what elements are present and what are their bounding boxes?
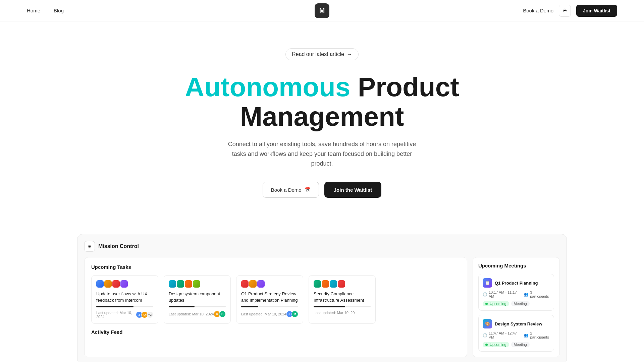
navbar: Home Blog M Book a Demo ☀ Join Waitlist (0, 0, 644, 21)
avatar-chip (104, 280, 112, 288)
meeting-icon: 🎨 (483, 319, 492, 328)
task-name: Update user flows with UX feedback from … (96, 291, 153, 303)
task-owners: K S (215, 311, 226, 317)
owner-avatar: M (291, 311, 298, 317)
hero-buttons: Book a Demo 📅 Join the Waitlist (263, 182, 381, 198)
avatar-chip (314, 280, 321, 288)
avatar-chip (185, 280, 192, 288)
avatar-chip (330, 280, 337, 288)
meeting-name: Design System Review (495, 321, 542, 326)
theme-toggle-button[interactable]: ☀ (559, 5, 571, 17)
nav-home-link[interactable]: Home (27, 8, 40, 13)
progress-fill (314, 306, 345, 307)
task-avatars (314, 280, 371, 288)
task-date: Last updated: Mar 10, 2024 (96, 311, 137, 319)
hero-subtitle: Connect to all your existing tools, save… (221, 139, 423, 168)
people-icon: 👥 (524, 333, 529, 338)
task-date: Last updated: Mar 10, 20 (314, 311, 355, 315)
progress-bar (241, 306, 298, 307)
progress-bar (314, 306, 371, 307)
dashboard-header: ⊞ Mission Control (84, 241, 560, 257)
task-footer: Last updated: Mar 10, 20 (314, 311, 371, 315)
tag-upcoming: Upcoming (483, 301, 509, 306)
meeting-time-text: 11:47 AM - 12:47 PM (489, 331, 520, 339)
people-icon: 👥 (524, 292, 529, 297)
hero-title-cyan: Autonomous (185, 72, 350, 102)
progress-bar (169, 306, 226, 307)
activity-section-title: Activity Feed (91, 329, 460, 335)
arrow-icon: → (347, 51, 352, 57)
avatar-chip (338, 280, 345, 288)
dashboard-content: Upcoming Tasks Update user flows with UX… (84, 257, 560, 357)
hero-title-line2: Management (240, 102, 404, 131)
task-name: Security Compliance Infrastructure Asses… (314, 291, 371, 303)
avatar-chip (257, 280, 265, 288)
meeting-card: 🎨 Design System Review 🕐 11:47 AM - 12:4… (478, 315, 554, 352)
meeting-participants: 👥 3 participants (524, 290, 550, 298)
avatar-chip (241, 280, 249, 288)
tag-meeting: Meeting (511, 301, 530, 306)
green-dot (485, 344, 488, 346)
meeting-meta: 🕐 11:47 AM - 12:47 PM 👥 2 participants (483, 331, 550, 339)
task-card: Q1 Product Strategy Review and Implement… (236, 275, 303, 323)
article-badge[interactable]: Read our latest article → (285, 48, 359, 60)
progress-fill (169, 306, 195, 307)
meeting-head: 📋 Q1 Product Planning (483, 278, 550, 288)
meetings-panel: Upcoming Meetings 📋 Q1 Product Planning … (473, 257, 560, 357)
meeting-icon: 📋 (483, 278, 492, 288)
progress-fill (96, 306, 133, 307)
tasks-row: Update user flows with UX feedback from … (91, 275, 460, 323)
main-panel: Upcoming Tasks Update user flows with UX… (84, 257, 467, 357)
clock-icon: 🕐 (483, 292, 487, 297)
avatar-chip (177, 280, 184, 288)
meeting-time: 🕐 11:47 AM - 12:47 PM (483, 331, 520, 339)
meeting-head: 🎨 Design System Review (483, 319, 550, 328)
logo: M (315, 3, 329, 18)
task-date: Last updated: Mar 10, 2024 (241, 312, 286, 316)
meeting-tags: Upcoming Meeting (483, 301, 550, 306)
task-card: Security Compliance Infrastructure Asses… (309, 275, 376, 323)
dashboard-icon: ⊞ (84, 241, 95, 252)
task-avatars (241, 280, 298, 288)
clock-icon: 🕐 (483, 333, 487, 338)
activity-section: Activity Feed (91, 329, 460, 335)
task-card: Design system component updates Last upd… (164, 275, 231, 323)
task-date: Last updated: Mar 10, 2024 (169, 312, 214, 316)
hero-section: Read our latest article → Autonomous Pro… (0, 21, 644, 218)
hero-demo-button[interactable]: Book a Demo 📅 (263, 182, 319, 198)
avatar-chip (120, 280, 128, 288)
task-name: Design system component updates (169, 291, 226, 303)
avatar-chip (249, 280, 257, 288)
hero-title-dark: Product (358, 72, 459, 102)
green-dot (485, 303, 488, 305)
nav-demo-link[interactable]: Book a Demo (523, 8, 553, 13)
task-card: Update user flows with UX feedback from … (91, 275, 158, 323)
avatar-chip (96, 280, 104, 288)
meeting-participants-text: 2 participants (530, 331, 550, 339)
meeting-time: 🕐 10:17 AM - 11:17 AM (483, 290, 520, 298)
dashboard-title: Mission Control (98, 243, 139, 249)
nav-blog-link[interactable]: Blog (54, 8, 64, 13)
meeting-name: Q1 Product Planning (495, 281, 538, 286)
meeting-time-text: 10:17 AM - 11:17 AM (489, 290, 520, 298)
dashboard-preview: ⊞ Mission Control Upcoming Tasks (77, 234, 567, 362)
hero-demo-label: Book a Demo (271, 187, 302, 193)
hero-title: Autonomous Product Management (185, 72, 459, 131)
tasks-section-title: Upcoming Tasks (91, 264, 460, 270)
nav-right: Book a Demo ☀ Join Waitlist (523, 5, 617, 17)
tag-upcoming: Upcoming (483, 342, 509, 347)
meeting-card: 📋 Q1 Product Planning 🕐 10:17 AM - 11:17… (478, 274, 554, 311)
avatar-chip (112, 280, 120, 288)
meeting-meta: 🕐 10:17 AM - 11:17 AM 👥 3 participants (483, 290, 550, 298)
avatar-chip (169, 280, 176, 288)
calendar-icon: 📅 (304, 187, 311, 193)
tag-upcoming-label: Upcoming (490, 343, 506, 347)
task-footer: Last updated: Mar 10, 2024 J Q +2 (96, 311, 153, 319)
hero-waitlist-button[interactable]: Join the Waitlist (324, 182, 381, 198)
owner-avatar: S (219, 311, 226, 317)
nav-join-waitlist-button[interactable]: Join Waitlist (576, 5, 617, 17)
task-owners: J Q +2 (137, 311, 153, 318)
meeting-participants: 👥 2 participants (524, 331, 550, 339)
meeting-participants-text: 3 participants (530, 290, 550, 298)
avatar-chip (193, 280, 200, 288)
